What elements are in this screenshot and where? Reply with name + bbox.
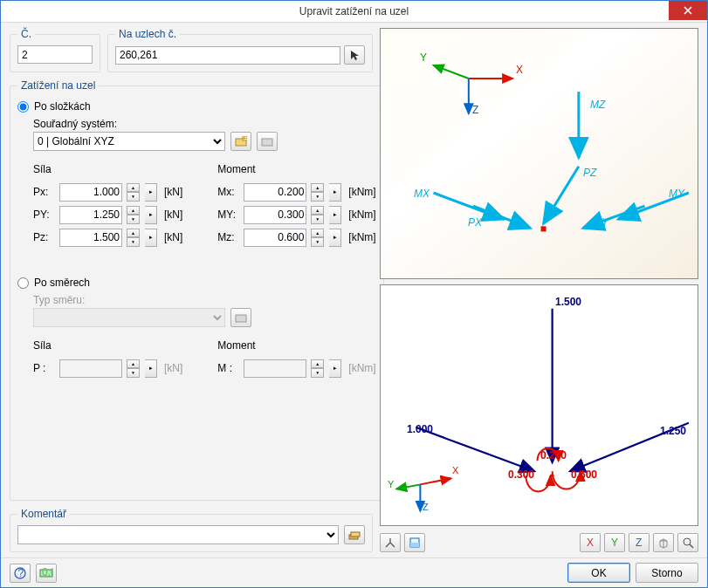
coordinate-system-select[interactable]: 0 | Globální XYZ bbox=[33, 132, 225, 151]
mx-input[interactable] bbox=[244, 183, 306, 202]
svg-line-17 bbox=[416, 427, 534, 471]
p-up: ▲ bbox=[127, 359, 140, 369]
number-legend: Č. bbox=[17, 28, 35, 40]
titlebar: Upravit zatížení na uzel bbox=[1, 1, 707, 23]
radio-by-direction[interactable] bbox=[17, 277, 29, 289]
pz-unit: [kN] bbox=[164, 231, 182, 243]
ok-button[interactable]: OK bbox=[567, 563, 630, 583]
mx-text: MX bbox=[414, 188, 430, 200]
svg-line-11 bbox=[434, 194, 505, 220]
fieldset-comment: Komentář bbox=[10, 508, 373, 552]
preview-top-svg bbox=[381, 29, 698, 277]
my-text: MY bbox=[669, 188, 684, 200]
fieldset-number: Č. bbox=[10, 28, 100, 72]
px-text: PX bbox=[468, 216, 482, 229]
view-y-button[interactable]: Y bbox=[604, 533, 625, 552]
val-1250: 1.250 bbox=[660, 425, 686, 437]
cancel-button[interactable]: Storno bbox=[636, 563, 698, 583]
val-0200: 0.200 bbox=[540, 449, 567, 462]
close-button[interactable] bbox=[669, 1, 707, 20]
view-y-icon: Y bbox=[608, 537, 621, 549]
mx-up[interactable]: ▲ bbox=[311, 183, 324, 193]
pz-menu[interactable]: ▸ bbox=[145, 229, 157, 247]
svg-point-22 bbox=[551, 474, 554, 477]
px-down[interactable]: ▼ bbox=[127, 192, 140, 202]
preview-bottom: 1.500 1.000 1.250 0.200 0.300 0.600 X Y … bbox=[380, 284, 698, 526]
p-down: ▼ bbox=[127, 368, 140, 378]
dir-edit-button[interactable] bbox=[230, 308, 251, 327]
cs-edit-button[interactable] bbox=[257, 132, 278, 151]
svg-point-30 bbox=[15, 568, 25, 578]
help-button[interactable]: ? bbox=[10, 564, 31, 583]
mz-unit: [kNm] bbox=[348, 231, 375, 243]
my-down[interactable]: ▼ bbox=[311, 215, 324, 224]
my-input[interactable] bbox=[244, 206, 306, 224]
fieldset-nodes: Na uzlech č. bbox=[107, 28, 373, 72]
mz-text: MZ bbox=[590, 99, 605, 111]
svg-rect-32 bbox=[40, 570, 52, 577]
svg-rect-5 bbox=[351, 532, 360, 537]
mz-down[interactable]: ▼ bbox=[311, 237, 324, 247]
number-input[interactable] bbox=[17, 45, 93, 64]
dialog-window: Upravit zatížení na uzel Č. Na uzlech č. bbox=[0, 0, 708, 588]
pz-up[interactable]: ▲ bbox=[127, 229, 140, 238]
force-header2: Síla bbox=[33, 339, 182, 352]
view-z-icon: Z bbox=[633, 537, 645, 549]
svg-line-19 bbox=[420, 478, 450, 484]
folder-new-icon bbox=[235, 136, 247, 147]
mz-menu[interactable]: ▸ bbox=[329, 229, 341, 247]
svg-rect-0 bbox=[236, 139, 246, 146]
view-toolbar: X Y Z bbox=[380, 533, 698, 552]
cs-new-button[interactable] bbox=[230, 132, 251, 151]
axis-x-label: X bbox=[516, 64, 523, 76]
px-label: Px: bbox=[33, 186, 54, 198]
pz-label: Pz: bbox=[33, 231, 54, 243]
view-z-button[interactable]: Z bbox=[629, 533, 650, 552]
mz-up[interactable]: ▲ bbox=[311, 229, 324, 238]
val-0300: 0.300 bbox=[508, 468, 534, 481]
svg-line-20 bbox=[396, 484, 420, 489]
preview-bottom-svg bbox=[381, 285, 698, 525]
svg-text:Z: Z bbox=[636, 537, 642, 549]
pz-down[interactable]: ▼ bbox=[127, 237, 140, 247]
py-input[interactable] bbox=[59, 206, 122, 224]
view-zoom-button[interactable] bbox=[677, 533, 698, 552]
px-up[interactable]: ▲ bbox=[127, 183, 140, 193]
svg-rect-1 bbox=[243, 136, 247, 140]
px-input[interactable] bbox=[59, 183, 122, 202]
left-pane: Č. Na uzlech č. Zatížení na uzel bbox=[10, 28, 373, 552]
svg-line-7 bbox=[434, 65, 469, 79]
mini-y: Y bbox=[388, 479, 394, 489]
mx-menu[interactable]: ▸ bbox=[329, 183, 341, 202]
comment-legend: Komentář bbox=[17, 508, 70, 520]
nodes-input[interactable] bbox=[115, 46, 340, 65]
svg-rect-23 bbox=[410, 538, 419, 547]
my-up[interactable]: ▲ bbox=[311, 206, 324, 215]
mx-down[interactable]: ▼ bbox=[311, 192, 324, 202]
view-btn-1[interactable] bbox=[380, 533, 401, 552]
svg-rect-3 bbox=[236, 315, 246, 322]
pz-input[interactable] bbox=[59, 229, 122, 247]
py-down[interactable]: ▼ bbox=[127, 215, 140, 224]
comment-library-button[interactable] bbox=[344, 525, 365, 544]
view-iso-button[interactable] bbox=[653, 533, 674, 552]
py-up[interactable]: ▲ bbox=[127, 206, 140, 215]
zoom-icon bbox=[682, 537, 694, 549]
stack-icon bbox=[348, 530, 361, 540]
py-menu[interactable]: ▸ bbox=[145, 206, 157, 224]
mini-z: Z bbox=[423, 502, 429, 512]
axis-y-label: Y bbox=[420, 51, 427, 64]
view-x-button[interactable]: X bbox=[580, 533, 601, 552]
radio-by-direction-label: Po směrech bbox=[34, 277, 90, 289]
pick-nodes-button[interactable] bbox=[344, 45, 365, 65]
view-btn-2[interactable] bbox=[404, 533, 425, 552]
px-menu[interactable]: ▸ bbox=[145, 183, 157, 202]
comment-select[interactable] bbox=[17, 525, 339, 544]
my-menu[interactable]: ▸ bbox=[329, 206, 341, 224]
py-unit: [kN] bbox=[164, 209, 182, 221]
m-down: ▼ bbox=[311, 368, 324, 378]
radio-by-components[interactable] bbox=[17, 101, 29, 113]
mz-input[interactable] bbox=[244, 229, 306, 247]
moment-header2: Moment bbox=[217, 339, 375, 352]
units-button[interactable]: 0,00 bbox=[36, 564, 57, 583]
